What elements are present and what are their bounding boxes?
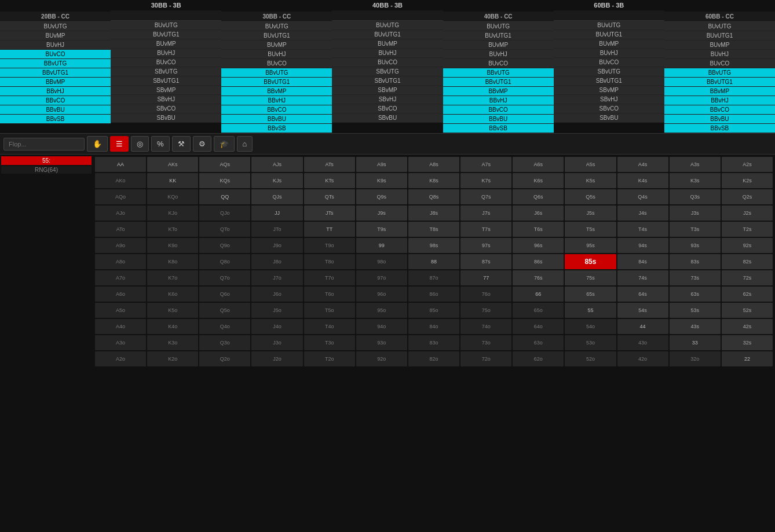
- hand-cell[interactable]: J7s: [460, 206, 511, 221]
- hand-cell[interactable]: QTo: [199, 222, 250, 237]
- hand-cell[interactable]: A9o: [95, 238, 146, 253]
- range-item[interactable]: SBvUTG: [554, 67, 664, 76]
- hand-cell[interactable]: KK: [147, 173, 198, 188]
- hand-cell[interactable]: Q3o: [199, 335, 250, 350]
- range-item[interactable]: BBvCO: [664, 105, 775, 115]
- hand-cell[interactable]: K4s: [617, 173, 668, 188]
- hand-cell[interactable]: 87o: [408, 270, 459, 285]
- range-item[interactable]: BUvUTG1: [664, 31, 775, 41]
- hand-cell[interactable]: 99: [356, 238, 407, 253]
- hand-cell[interactable]: Q2o: [199, 351, 250, 366]
- hand-cell[interactable]: T2o: [304, 351, 355, 366]
- range-item[interactable]: SBvUTG1: [111, 76, 221, 86]
- hand-cell[interactable]: T6o: [304, 287, 355, 302]
- range-item[interactable]: BBvSB: [0, 115, 111, 124]
- hand-cell[interactable]: K6s: [513, 173, 564, 188]
- hand-cell[interactable]: J5s: [565, 206, 616, 221]
- circle-mode-button[interactable]: ◎: [131, 136, 149, 152]
- hand-cell[interactable]: 43o: [617, 335, 668, 350]
- settings-button[interactable]: ⚙: [193, 136, 211, 152]
- hand-cell[interactable]: 94s: [617, 238, 668, 253]
- hand-cell[interactable]: Q7s: [460, 189, 511, 204]
- hand-cell[interactable]: AJo: [95, 206, 146, 221]
- range-item[interactable]: BUvUTG: [111, 21, 221, 30]
- hand-cell[interactable]: 87s: [460, 254, 511, 269]
- range-item[interactable]: BUvUTG1: [111, 30, 221, 39]
- hand-cell[interactable]: KJs: [251, 173, 302, 188]
- hand-cell[interactable]: A8o: [95, 254, 146, 269]
- range-item[interactable]: BBvMP: [221, 87, 332, 96]
- hand-cell[interactable]: 85s: [565, 254, 616, 269]
- hand-cell[interactable]: A7o: [95, 270, 146, 285]
- hand-cell[interactable]: 93o: [356, 335, 407, 350]
- hand-cell[interactable]: J4s: [617, 206, 668, 221]
- hand-cell[interactable]: 75o: [460, 303, 511, 318]
- hand-cell[interactable]: T9o: [304, 238, 355, 253]
- hand-cell[interactable]: AQo: [95, 189, 146, 204]
- range-item[interactable]: BUvCO: [111, 58, 221, 67]
- range-item[interactable]: BUvMP: [554, 39, 664, 49]
- hand-cell[interactable]: 62o: [513, 351, 564, 366]
- hand-cell[interactable]: 53o: [565, 335, 616, 350]
- hand-cell[interactable]: 64o: [513, 319, 564, 334]
- hand-cell[interactable]: QJs: [251, 189, 302, 204]
- hand-cell[interactable]: 95s: [565, 238, 616, 253]
- hand-cell[interactable]: J9o: [251, 238, 302, 253]
- range-item[interactable]: BUvCO: [443, 59, 554, 68]
- hand-cell[interactable]: K5s: [565, 173, 616, 188]
- range-item[interactable]: BUvUTG1: [443, 31, 554, 41]
- hand-cell[interactable]: 22: [722, 351, 773, 366]
- hand-cell[interactable]: K9s: [356, 173, 407, 188]
- range-item[interactable]: SBvUTG: [332, 67, 443, 76]
- hand-cell[interactable]: 75s: [565, 270, 616, 285]
- hand-mode-button[interactable]: ✋: [87, 136, 108, 152]
- hand-cell[interactable]: 88: [408, 254, 459, 269]
- range-item[interactable]: SBvCO: [332, 104, 443, 113]
- hand-cell[interactable]: A6s: [513, 157, 564, 172]
- range-item[interactable]: BBvUTG1: [443, 78, 554, 87]
- range-item[interactable]: BBvSB: [443, 124, 554, 133]
- hand-cell[interactable]: A9s: [356, 157, 407, 172]
- hand-cell[interactable]: Q7o: [199, 270, 250, 285]
- hand-cell[interactable]: A3s: [670, 157, 721, 172]
- hand-cell[interactable]: J9s: [356, 206, 407, 221]
- hand-cell[interactable]: 83s: [670, 254, 721, 269]
- hand-cell[interactable]: 95o: [356, 303, 407, 318]
- hand-cell[interactable]: T2s: [722, 222, 773, 237]
- hand-cell[interactable]: 62s: [722, 287, 773, 302]
- hand-cell[interactable]: K9o: [147, 238, 198, 253]
- hand-cell[interactable]: 94o: [356, 319, 407, 334]
- hand-cell[interactable]: 97o: [356, 270, 407, 285]
- range-item[interactable]: BBvHJ: [443, 96, 554, 105]
- range-item[interactable]: SBvUTG: [111, 67, 221, 76]
- list-mode-button[interactable]: ☰: [110, 136, 129, 152]
- hand-cell[interactable]: J6o: [251, 287, 302, 302]
- range-item[interactable]: SBvMP: [554, 86, 664, 95]
- hand-cell[interactable]: J3s: [670, 206, 721, 221]
- range-item[interactable]: BBvHJ: [221, 96, 332, 105]
- hand-cell[interactable]: A7s: [460, 157, 511, 172]
- hand-cell[interactable]: A6o: [95, 287, 146, 302]
- hand-cell[interactable]: 86o: [408, 287, 459, 302]
- range-item[interactable]: BUvUTG1: [554, 30, 664, 39]
- range-item[interactable]: BBvUTG: [664, 68, 775, 78]
- range-item[interactable]: BBvUTG: [443, 68, 554, 78]
- hand-cell[interactable]: AKs: [147, 157, 198, 172]
- hand-cell[interactable]: 52o: [565, 351, 616, 366]
- hand-cell[interactable]: T4o: [304, 319, 355, 334]
- hand-cell[interactable]: 82s: [722, 254, 773, 269]
- hand-cell[interactable]: AJs: [251, 157, 302, 172]
- hand-cell[interactable]: AA: [95, 157, 146, 172]
- range-item[interactable]: BBvMP: [443, 87, 554, 96]
- range-item[interactable]: BUvUTG1: [221, 31, 332, 41]
- range-item[interactable]: BBvHJ: [0, 87, 111, 96]
- range-item[interactable]: BBvHJ: [664, 96, 775, 105]
- search-input[interactable]: [3, 138, 85, 151]
- range-item[interactable]: BUvMP: [111, 39, 221, 49]
- range-item[interactable]: BUvUTG: [443, 22, 554, 31]
- hand-cell[interactable]: 93s: [670, 238, 721, 253]
- hand-cell[interactable]: 82o: [408, 351, 459, 366]
- hand-cell[interactable]: 44: [617, 319, 668, 334]
- hand-cell[interactable]: Q6s: [513, 189, 564, 204]
- hand-cell[interactable]: A2s: [722, 157, 773, 172]
